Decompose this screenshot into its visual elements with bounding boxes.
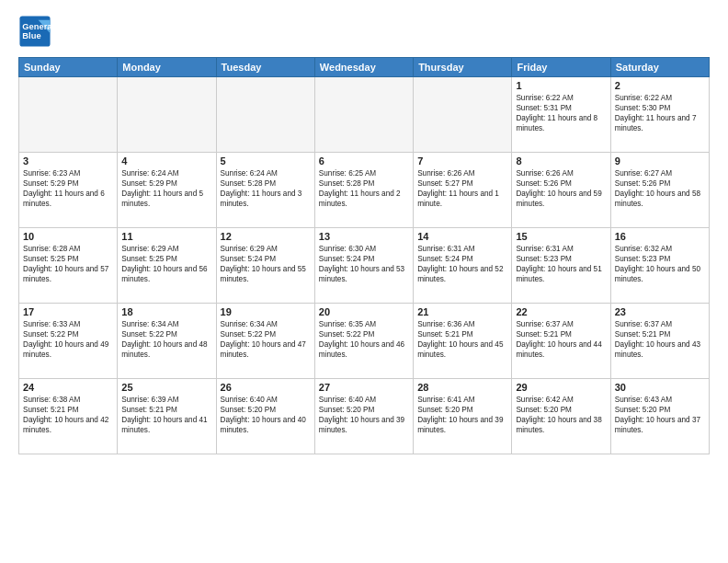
calendar-cell: 29Sunrise: 6:42 AMSunset: 5:20 PMDayligh…	[512, 379, 610, 454]
cell-text: Sunrise: 6:26 AMSunset: 5:27 PMDaylight:…	[417, 168, 507, 209]
day-number: 17	[23, 306, 113, 317]
day-number: 19	[221, 306, 311, 317]
day-number: 3	[23, 155, 113, 167]
day-number: 5	[221, 155, 311, 167]
cell-text: Sunrise: 6:27 AMSunset: 5:26 PMDaylight:…	[615, 168, 705, 209]
day-number: 25	[121, 382, 211, 393]
calendar-cell: 6Sunrise: 6:25 AMSunset: 5:28 PMDaylight…	[314, 153, 413, 228]
cell-text: Sunrise: 6:31 AMSunset: 5:23 PMDaylight:…	[516, 244, 606, 284]
cell-text: Sunrise: 6:43 AMSunset: 5:20 PMDaylight:…	[615, 395, 705, 435]
calendar-cell: 10Sunrise: 6:28 AMSunset: 5:25 PMDayligh…	[19, 228, 118, 304]
cell-text: Sunrise: 6:35 AMSunset: 5:22 PMDaylight:…	[319, 319, 409, 360]
calendar-cell: 7Sunrise: 6:26 AMSunset: 5:27 PMDaylight…	[414, 153, 512, 228]
cell-text: Sunrise: 6:24 AMSunset: 5:28 PMDaylight:…	[221, 168, 311, 209]
cell-text: Sunrise: 6:26 AMSunset: 5:26 PMDaylight:…	[516, 168, 606, 209]
day-number: 26	[221, 382, 311, 393]
cell-text: Sunrise: 6:34 AMSunset: 5:22 PMDaylight:…	[121, 319, 211, 360]
calendar-cell: 5Sunrise: 6:24 AMSunset: 5:28 PMDaylight…	[216, 153, 314, 228]
day-number: 15	[516, 231, 606, 242]
day-number: 8	[516, 155, 606, 167]
day-number: 7	[417, 155, 507, 167]
cell-text: Sunrise: 6:29 AMSunset: 5:24 PMDaylight:…	[221, 244, 311, 284]
cell-text: Sunrise: 6:31 AMSunset: 5:24 PMDaylight:…	[417, 244, 507, 284]
cell-text: Sunrise: 6:24 AMSunset: 5:29 PMDaylight:…	[121, 168, 211, 209]
calendar-cell: 27Sunrise: 6:40 AMSunset: 5:20 PMDayligh…	[314, 379, 413, 454]
calendar-cell: 18Sunrise: 6:34 AMSunset: 5:22 PMDayligh…	[118, 304, 216, 379]
weekday-header-monday: Monday	[118, 58, 216, 77]
calendar-cell: 12Sunrise: 6:29 AMSunset: 5:24 PMDayligh…	[216, 228, 314, 304]
calendar-cell: 3Sunrise: 6:23 AMSunset: 5:29 PMDaylight…	[19, 153, 118, 228]
weekday-header-tuesday: Tuesday	[216, 58, 314, 77]
calendar-cell: 17Sunrise: 6:33 AMSunset: 5:22 PMDayligh…	[19, 304, 118, 379]
weekday-header-sunday: Sunday	[19, 58, 118, 77]
cell-text: Sunrise: 6:22 AMSunset: 5:30 PMDaylight:…	[615, 93, 705, 133]
week-row-2: 3Sunrise: 6:23 AMSunset: 5:29 PMDaylight…	[19, 153, 710, 228]
day-number: 24	[23, 382, 113, 393]
cell-text: Sunrise: 6:32 AMSunset: 5:23 PMDaylight:…	[615, 244, 705, 284]
weekday-header-saturday: Saturday	[610, 58, 709, 77]
calendar-cell	[19, 77, 118, 153]
calendar: SundayMondayTuesdayWednesdayThursdayFrid…	[18, 57, 710, 454]
calendar-cell: 25Sunrise: 6:39 AMSunset: 5:21 PMDayligh…	[118, 379, 216, 454]
cell-text: Sunrise: 6:25 AMSunset: 5:28 PMDaylight:…	[319, 168, 409, 209]
cell-text: Sunrise: 6:36 AMSunset: 5:21 PMDaylight:…	[417, 319, 507, 360]
calendar-cell	[314, 77, 413, 153]
logo: General Blue	[18, 15, 51, 48]
weekday-header-friday: Friday	[512, 58, 610, 77]
day-number: 13	[319, 231, 409, 242]
cell-text: Sunrise: 6:23 AMSunset: 5:29 PMDaylight:…	[23, 168, 113, 209]
calendar-cell: 26Sunrise: 6:40 AMSunset: 5:20 PMDayligh…	[216, 379, 314, 454]
week-row-5: 24Sunrise: 6:38 AMSunset: 5:21 PMDayligh…	[19, 379, 710, 454]
week-row-1: 1Sunrise: 6:22 AMSunset: 5:31 PMDaylight…	[19, 77, 710, 153]
day-number: 28	[417, 382, 507, 393]
day-number: 6	[319, 155, 409, 167]
cell-text: Sunrise: 6:22 AMSunset: 5:31 PMDaylight:…	[516, 93, 606, 133]
calendar-cell: 15Sunrise: 6:31 AMSunset: 5:23 PMDayligh…	[512, 228, 610, 304]
day-number: 23	[615, 306, 705, 317]
week-row-4: 17Sunrise: 6:33 AMSunset: 5:22 PMDayligh…	[19, 304, 710, 379]
day-number: 10	[23, 231, 113, 242]
calendar-cell: 23Sunrise: 6:37 AMSunset: 5:21 PMDayligh…	[610, 304, 709, 379]
calendar-cell: 28Sunrise: 6:41 AMSunset: 5:20 PMDayligh…	[414, 379, 512, 454]
day-number: 30	[615, 382, 705, 393]
cell-text: Sunrise: 6:29 AMSunset: 5:25 PMDaylight:…	[121, 244, 211, 284]
calendar-cell: 16Sunrise: 6:32 AMSunset: 5:23 PMDayligh…	[610, 228, 709, 304]
day-number: 14	[417, 231, 507, 242]
week-row-3: 10Sunrise: 6:28 AMSunset: 5:25 PMDayligh…	[19, 228, 710, 304]
calendar-cell: 13Sunrise: 6:30 AMSunset: 5:24 PMDayligh…	[314, 228, 413, 304]
day-number: 21	[417, 306, 507, 317]
day-number: 4	[121, 155, 211, 167]
calendar-cell: 21Sunrise: 6:36 AMSunset: 5:21 PMDayligh…	[414, 304, 512, 379]
calendar-cell: 20Sunrise: 6:35 AMSunset: 5:22 PMDayligh…	[314, 304, 413, 379]
day-number: 2	[615, 80, 705, 91]
day-number: 11	[121, 231, 211, 242]
cell-text: Sunrise: 6:37 AMSunset: 5:21 PMDaylight:…	[615, 319, 705, 360]
calendar-cell: 8Sunrise: 6:26 AMSunset: 5:26 PMDaylight…	[512, 153, 610, 228]
day-number: 29	[516, 382, 606, 393]
header: General Blue	[18, 15, 710, 48]
cell-text: Sunrise: 6:40 AMSunset: 5:20 PMDaylight:…	[221, 395, 311, 435]
cell-text: Sunrise: 6:42 AMSunset: 5:20 PMDaylight:…	[516, 395, 606, 435]
calendar-cell	[414, 77, 512, 153]
calendar-cell: 9Sunrise: 6:27 AMSunset: 5:26 PMDaylight…	[610, 153, 709, 228]
day-number: 27	[319, 382, 409, 393]
calendar-cell: 11Sunrise: 6:29 AMSunset: 5:25 PMDayligh…	[118, 228, 216, 304]
weekday-header-row: SundayMondayTuesdayWednesdayThursdayFrid…	[19, 58, 710, 77]
calendar-cell: 19Sunrise: 6:34 AMSunset: 5:22 PMDayligh…	[216, 304, 314, 379]
day-number: 16	[615, 231, 705, 242]
cell-text: Sunrise: 6:34 AMSunset: 5:22 PMDaylight:…	[221, 319, 311, 360]
cell-text: Sunrise: 6:28 AMSunset: 5:25 PMDaylight:…	[23, 244, 113, 284]
weekday-header-wednesday: Wednesday	[314, 58, 413, 77]
calendar-cell: 2Sunrise: 6:22 AMSunset: 5:30 PMDaylight…	[610, 77, 709, 153]
cell-text: Sunrise: 6:37 AMSunset: 5:21 PMDaylight:…	[516, 319, 606, 360]
day-number: 18	[121, 306, 211, 317]
day-number: 22	[516, 306, 606, 317]
calendar-cell: 1Sunrise: 6:22 AMSunset: 5:31 PMDaylight…	[512, 77, 610, 153]
logo-icon: General Blue	[18, 15, 51, 48]
calendar-cell: 4Sunrise: 6:24 AMSunset: 5:29 PMDaylight…	[118, 153, 216, 228]
day-number: 20	[319, 306, 409, 317]
cell-text: Sunrise: 6:39 AMSunset: 5:21 PMDaylight:…	[121, 395, 211, 435]
calendar-cell: 14Sunrise: 6:31 AMSunset: 5:24 PMDayligh…	[414, 228, 512, 304]
cell-text: Sunrise: 6:41 AMSunset: 5:20 PMDaylight:…	[417, 395, 507, 435]
day-number: 9	[615, 155, 705, 167]
